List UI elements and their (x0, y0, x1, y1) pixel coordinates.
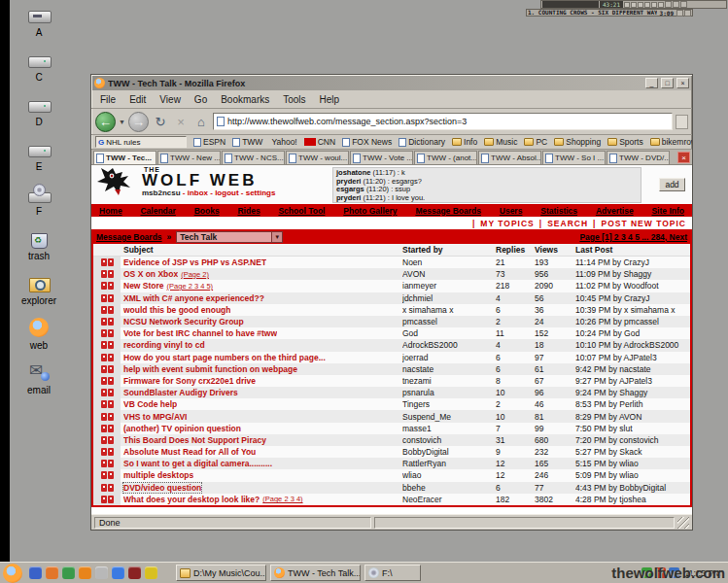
site-nav-link[interactable]: Message Boards (415, 206, 481, 216)
menu-item[interactable]: File (93, 92, 122, 107)
topic-subject-link[interactable]: VB Code help (123, 399, 177, 409)
topic-subject-link[interactable]: Evidence of JSP vs PHP vs ASP.NET (123, 257, 266, 267)
browser-tab[interactable]: TWW - So I ... (542, 151, 606, 164)
winamp-minimize-button[interactable] (673, 1, 679, 8)
topic-subject-link[interactable]: SoundBlaster Audigy Drivers (123, 388, 238, 397)
chat-add-button[interactable]: add (659, 178, 685, 191)
site-nav-link[interactable]: Users (500, 206, 523, 216)
section-select[interactable]: Tech Talk ▼ (176, 231, 283, 243)
quicklaunch-icon[interactable] (46, 566, 58, 579)
topic-subject-link[interactable]: OS X on Xbox (123, 269, 178, 279)
browser-tab[interactable]: TWW - New ... (157, 151, 221, 164)
menu-item[interactable]: Tools (276, 92, 312, 107)
winamp-main-shade[interactable]: 43:21 (540, 0, 727, 9)
browser-tab[interactable]: TWW - Absol... (478, 151, 541, 164)
url-input[interactable] (227, 117, 669, 126)
quicklaunch-icon[interactable] (62, 566, 75, 579)
bookmark-item[interactable]: Shopping (554, 137, 601, 147)
browser-tab[interactable]: TWW - (anot... (414, 151, 477, 164)
topic-subject-link[interactable]: Absolute Must Read for All of You (123, 447, 256, 457)
quicklaunch-icon[interactable] (95, 566, 108, 579)
site-logo[interactable]: THE WOLF WEB msb2ncsuinboxlogoutsettings (95, 166, 275, 199)
topic-subject-link[interactable]: multiple desktops (123, 470, 193, 480)
topic-subject-link[interactable]: would this be good enough (123, 305, 230, 315)
winamp-play-button[interactable] (631, 2, 637, 8)
back-dropdown-icon[interactable]: ▼ (119, 119, 125, 125)
bookmark-item[interactable]: Sports (607, 137, 643, 147)
winamp-playlist-shade-button[interactable] (676, 10, 683, 17)
site-nav-link[interactable]: Statistics (540, 206, 577, 216)
winamp-stop-button[interactable] (644, 2, 650, 8)
topic-subject-link[interactable]: So I want to get a digital camera.......… (123, 459, 272, 468)
bookmark-item[interactable]: CNN (304, 137, 335, 147)
winamp-prev-button[interactable] (624, 2, 630, 8)
topic-action-link[interactable]: MY TOPICS (468, 219, 535, 228)
close-tab-icon[interactable]: × (677, 152, 690, 163)
task-button[interactable]: TWW - Tech Talk... (270, 565, 361, 581)
topic-subject-link[interactable]: help with event submit function on webpa… (123, 364, 297, 374)
topic-action-link[interactable]: SEARCH (535, 219, 588, 228)
quicklaunch-icon[interactable] (128, 566, 141, 579)
user-link[interactable]: logout (208, 189, 239, 197)
bookmark-item[interactable]: FOX News (342, 137, 392, 147)
menu-item[interactable]: Bookmarks (214, 92, 276, 107)
topic-subject-link[interactable]: recording vinyl to cd (123, 340, 205, 350)
home-icon[interactable]: ⌂ (192, 115, 210, 129)
topic-page-links[interactable]: (Page 2) (181, 270, 209, 279)
topic-subject-link[interactable]: Vote for best IRC channel to have #tww (123, 328, 277, 338)
site-nav-link[interactable]: Books (194, 206, 220, 216)
topic-subject-link[interactable]: (another) TV opinion question (123, 424, 241, 433)
bookmark-item[interactable]: Info (452, 137, 477, 147)
winamp-playlist-shade[interactable]: 1. COUNTING CROWS - SIX DIFFERENT WAYS A… (526, 9, 693, 17)
task-button[interactable]: F:\ (364, 565, 421, 581)
user-link[interactable]: inbox (181, 189, 208, 197)
back-button[interactable]: ← (95, 112, 116, 132)
menu-item[interactable]: View (153, 92, 188, 107)
go-button[interactable] (676, 115, 688, 129)
bookmark-item[interactable]: bikemrown.com (650, 137, 692, 147)
topic-page-links[interactable]: (Page 2 3 4) (262, 495, 302, 503)
winamp-shade-button[interactable] (665, 1, 672, 8)
window-titlebar[interactable]: TWW - Tech Talk - Mozilla Firefox _ □ × (92, 76, 691, 90)
desktop-icon[interactable]: D (10, 93, 68, 127)
resize-grip[interactable] (677, 517, 689, 529)
topic-subject-link[interactable]: What does your desktop look like? (123, 495, 260, 504)
forward-button[interactable]: → (128, 112, 149, 132)
web-search-box[interactable]: G (95, 136, 187, 148)
quicklaunch-icon[interactable] (112, 566, 124, 579)
stop-icon[interactable]: × (172, 115, 190, 129)
site-nav-link[interactable]: Home (99, 206, 122, 216)
site-nav-link[interactable]: Photo Gallery (343, 206, 397, 216)
pagination-links[interactable]: Page [1] 2 3 4 5 ... 284, Next (579, 232, 687, 242)
browser-tab[interactable]: TWW - Vote ... (350, 151, 413, 164)
bookmark-item[interactable]: TWW (232, 137, 262, 147)
winamp-close-button[interactable] (680, 1, 687, 8)
browser-tab[interactable]: TWW - DVD/... (607, 151, 670, 164)
breadcrumb[interactable]: Message Boards (96, 232, 162, 242)
desktop-icon[interactable]: A (10, 4, 68, 38)
menu-item[interactable]: Edit (122, 92, 153, 107)
winamp-eject-button[interactable] (658, 2, 664, 8)
winamp-pause-button[interactable] (638, 2, 643, 8)
winamp-next-button[interactable] (651, 2, 657, 8)
desktop-icon[interactable]: F (10, 183, 68, 217)
topic-subject-link[interactable]: Firmware for Sony crx220e1 drive (123, 376, 256, 386)
bookmark-item[interactable]: ESPN (193, 137, 225, 147)
quicklaunch-icon[interactable] (29, 566, 42, 579)
bookmark-item[interactable]: Music (484, 137, 517, 147)
site-nav-link[interactable]: Advertise (596, 206, 634, 216)
menu-item[interactable]: Go (188, 92, 214, 107)
topic-subject-link[interactable]: NCSU Network Security Group (123, 317, 244, 326)
task-button[interactable]: D:\My Music\Cou... (176, 565, 266, 581)
browser-tab[interactable]: TWW - woul... (286, 151, 349, 164)
desktop-icon[interactable]: C (10, 49, 68, 83)
user-link[interactable]: settings (239, 189, 276, 197)
site-nav-link[interactable]: Site Info (651, 206, 684, 216)
menu-item[interactable]: Help (313, 92, 347, 107)
winamp-playlist-close-button[interactable] (684, 10, 691, 17)
reload-icon[interactable]: ↻ (152, 115, 169, 129)
quicklaunch-icon[interactable] (79, 566, 91, 579)
desktop-icon[interactable]: email (10, 361, 68, 395)
topic-action-link[interactable]: POST NEW TOPIC (588, 219, 686, 228)
topic-subject-link[interactable]: DVD/video question (123, 483, 201, 493)
